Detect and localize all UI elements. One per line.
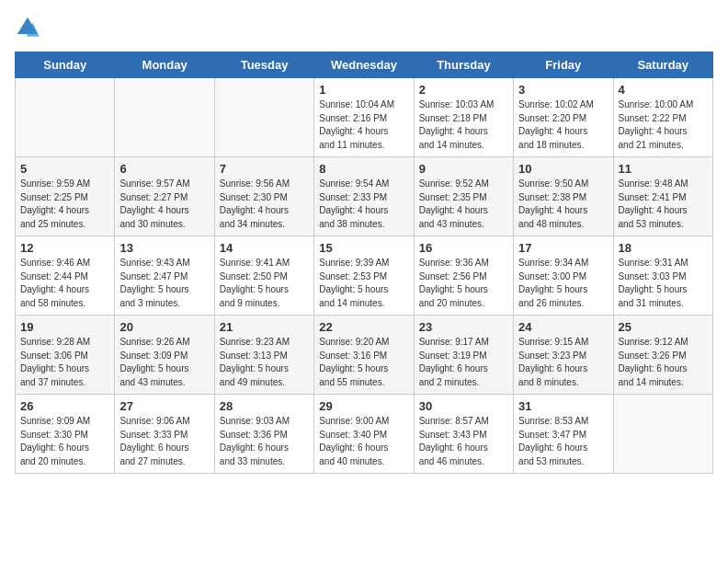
calendar-day-20: 20Sunrise: 9:26 AM Sunset: 3:09 PM Dayli… [115,316,214,395]
day-info: Sunrise: 9:43 AM Sunset: 2:47 PM Dayligh… [119,257,209,310]
calendar-day-6: 6Sunrise: 9:57 AM Sunset: 2:27 PM Daylig… [115,157,214,236]
day-info: Sunrise: 10:02 AM Sunset: 2:20 PM Daylig… [518,98,608,152]
calendar-day-17: 17Sunrise: 9:34 AM Sunset: 3:00 PM Dayli… [514,236,613,316]
day-number: 20 [119,320,209,334]
calendar-day-21: 21Sunrise: 9:23 AM Sunset: 3:13 PM Dayli… [214,316,313,395]
day-info: Sunrise: 9:52 AM Sunset: 2:35 PM Dayligh… [419,178,508,231]
calendar-day-24: 24Sunrise: 9:15 AM Sunset: 3:23 PM Dayli… [514,316,613,395]
day-number: 18 [619,241,708,255]
calendar-day-25: 25Sunrise: 9:12 AM Sunset: 3:26 PM Dayli… [613,316,712,395]
day-info: Sunrise: 9:17 AM Sunset: 3:19 PM Dayligh… [419,336,508,389]
day-info: Sunrise: 9:28 AM Sunset: 3:06 PM Dayligh… [20,336,109,389]
day-number: 10 [518,162,608,176]
day-number: 21 [220,320,309,334]
calendar-day-18: 18Sunrise: 9:31 AM Sunset: 3:03 PM Dayli… [613,236,712,316]
calendar-day-3: 3Sunrise: 10:02 AM Sunset: 2:20 PM Dayli… [514,78,613,157]
day-number: 1 [319,83,408,97]
calendar-day-empty [613,395,712,474]
day-number: 4 [619,83,708,97]
day-number: 23 [419,320,508,334]
day-number: 27 [119,399,209,413]
day-number: 15 [319,241,408,255]
calendar-day-1: 1Sunrise: 10:04 AM Sunset: 2:16 PM Dayli… [314,78,414,157]
day-number: 19 [20,320,109,334]
day-info: Sunrise: 10:04 AM Sunset: 2:16 PM Daylig… [319,98,408,152]
weekday-header-wednesday: Wednesday [314,52,414,78]
calendar-day-5: 5Sunrise: 9:59 AM Sunset: 2:25 PM Daylig… [16,157,115,236]
day-info: Sunrise: 9:31 AM Sunset: 3:03 PM Dayligh… [619,257,708,310]
day-info: Sunrise: 9:41 AM Sunset: 2:50 PM Dayligh… [220,257,309,310]
logo [15,15,44,40]
calendar-header-row: SundayMondayTuesdayWednesdayThursdayFrid… [16,52,713,78]
calendar-day-19: 19Sunrise: 9:28 AM Sunset: 3:06 PM Dayli… [16,316,115,395]
day-number: 7 [220,162,309,176]
day-info: Sunrise: 9:50 AM Sunset: 2:38 PM Dayligh… [518,178,608,231]
calendar-table: SundayMondayTuesdayWednesdayThursdayFrid… [15,52,713,474]
day-info: Sunrise: 9:36 AM Sunset: 2:56 PM Dayligh… [419,257,508,310]
day-number: 31 [518,399,608,413]
day-number: 16 [419,241,508,255]
day-info: Sunrise: 9:23 AM Sunset: 3:13 PM Dayligh… [220,336,309,389]
day-number: 25 [619,320,708,334]
day-info: Sunrise: 9:39 AM Sunset: 2:53 PM Dayligh… [319,257,408,310]
calendar-week-row: 1Sunrise: 10:04 AM Sunset: 2:16 PM Dayli… [16,78,713,157]
calendar-day-15: 15Sunrise: 9:39 AM Sunset: 2:53 PM Dayli… [314,236,414,316]
day-info: Sunrise: 8:57 AM Sunset: 3:43 PM Dayligh… [419,415,508,468]
calendar-day-30: 30Sunrise: 8:57 AM Sunset: 3:43 PM Dayli… [414,395,513,474]
day-number: 28 [220,399,309,413]
day-info: Sunrise: 9:59 AM Sunset: 2:25 PM Dayligh… [20,178,109,231]
day-number: 13 [119,241,209,255]
day-number: 8 [319,162,408,176]
calendar-day-12: 12Sunrise: 9:46 AM Sunset: 2:44 PM Dayli… [16,236,115,316]
logo-icon [15,15,40,40]
calendar-day-9: 9Sunrise: 9:52 AM Sunset: 2:35 PM Daylig… [414,157,513,236]
calendar-day-13: 13Sunrise: 9:43 AM Sunset: 2:47 PM Dayli… [115,236,214,316]
day-info: Sunrise: 9:34 AM Sunset: 3:00 PM Dayligh… [518,257,608,310]
calendar-week-row: 19Sunrise: 9:28 AM Sunset: 3:06 PM Dayli… [16,316,713,395]
calendar-day-29: 29Sunrise: 9:00 AM Sunset: 3:40 PM Dayli… [314,395,414,474]
day-number: 9 [419,162,508,176]
day-number: 14 [220,241,309,255]
day-number: 12 [20,241,109,255]
calendar-day-2: 2Sunrise: 10:03 AM Sunset: 2:18 PM Dayli… [414,78,513,157]
calendar-day-empty [16,78,115,157]
day-number: 22 [319,320,408,334]
day-number: 11 [619,162,708,176]
day-info: Sunrise: 9:57 AM Sunset: 2:27 PM Dayligh… [119,178,209,231]
calendar-day-31: 31Sunrise: 8:53 AM Sunset: 3:47 PM Dayli… [514,395,613,474]
day-info: Sunrise: 9:46 AM Sunset: 2:44 PM Dayligh… [20,257,109,310]
weekday-header-tuesday: Tuesday [214,52,313,78]
day-number: 2 [419,83,508,97]
day-number: 17 [518,241,608,255]
calendar-day-11: 11Sunrise: 9:48 AM Sunset: 2:41 PM Dayli… [613,157,712,236]
calendar-day-16: 16Sunrise: 9:36 AM Sunset: 2:56 PM Dayli… [414,236,513,316]
calendar-day-7: 7Sunrise: 9:56 AM Sunset: 2:30 PM Daylig… [214,157,313,236]
calendar-day-27: 27Sunrise: 9:06 AM Sunset: 3:33 PM Dayli… [115,395,214,474]
calendar-day-14: 14Sunrise: 9:41 AM Sunset: 2:50 PM Dayli… [214,236,313,316]
day-info: Sunrise: 9:03 AM Sunset: 3:36 PM Dayligh… [220,415,309,468]
day-info: Sunrise: 9:48 AM Sunset: 2:41 PM Dayligh… [619,178,708,231]
calendar-day-26: 26Sunrise: 9:09 AM Sunset: 3:30 PM Dayli… [16,395,115,474]
weekday-header-saturday: Saturday [613,52,712,78]
calendar-day-28: 28Sunrise: 9:03 AM Sunset: 3:36 PM Dayli… [214,395,313,474]
calendar-day-empty [214,78,313,157]
weekday-header-monday: Monday [115,52,214,78]
calendar-week-row: 26Sunrise: 9:09 AM Sunset: 3:30 PM Dayli… [16,395,713,474]
day-number: 6 [119,162,209,176]
day-info: Sunrise: 9:00 AM Sunset: 3:40 PM Dayligh… [319,415,408,468]
calendar-day-23: 23Sunrise: 9:17 AM Sunset: 3:19 PM Dayli… [414,316,513,395]
day-number: 29 [319,399,408,413]
day-info: Sunrise: 9:12 AM Sunset: 3:26 PM Dayligh… [619,336,708,389]
day-info: Sunrise: 10:00 AM Sunset: 2:22 PM Daylig… [619,98,708,152]
weekday-header-sunday: Sunday [16,52,115,78]
day-info: Sunrise: 9:06 AM Sunset: 3:33 PM Dayligh… [119,415,209,468]
day-info: Sunrise: 9:20 AM Sunset: 3:16 PM Dayligh… [319,336,408,389]
day-info: Sunrise: 10:03 AM Sunset: 2:18 PM Daylig… [419,98,508,152]
day-number: 26 [20,399,109,413]
calendar-day-22: 22Sunrise: 9:20 AM Sunset: 3:16 PM Dayli… [314,316,414,395]
page-header [15,15,713,40]
day-info: Sunrise: 8:53 AM Sunset: 3:47 PM Dayligh… [518,415,608,468]
day-info: Sunrise: 9:26 AM Sunset: 3:09 PM Dayligh… [119,336,209,389]
calendar-day-8: 8Sunrise: 9:54 AM Sunset: 2:33 PM Daylig… [314,157,414,236]
calendar-week-row: 12Sunrise: 9:46 AM Sunset: 2:44 PM Dayli… [16,236,713,316]
